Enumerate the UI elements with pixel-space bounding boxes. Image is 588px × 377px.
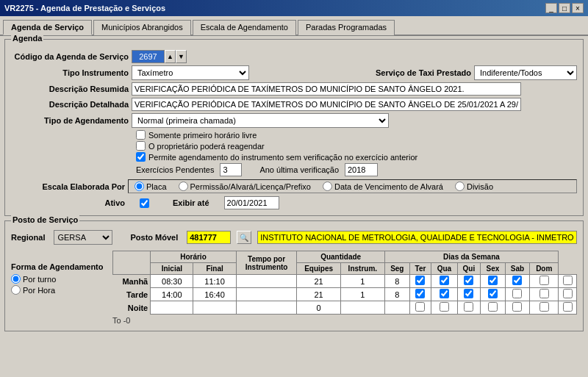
noite-qui[interactable] [481,301,505,315]
radio-permissao[interactable] [179,182,188,191]
manha-sab[interactable] [530,275,559,288]
tarde-sex[interactable] [505,288,530,301]
tipo-instrumento-select[interactable]: Taxímetro [132,65,249,80]
posto-movel-search-btn[interactable]: 🔍 [237,231,251,244]
exercicios-pendentes-input[interactable] [220,163,242,176]
window-title: VR2275 - Agenda de Prestação e Serviços [4,4,165,12]
escala-radio-vencimento[interactable]: Data de Vencimento de Alvará [323,182,443,191]
agenda-section: Agenda Código da Agenda de Serviço ▲ ▼ T… [4,39,584,216]
noite-equipes [340,301,384,315]
table-row: Tarde 21 1 8 [113,288,577,301]
close-button[interactable]: × [572,3,584,13]
tarde-instrum: 8 [384,288,409,301]
noite-final-input[interactable] [200,304,229,312]
tarde-tempo-input[interactable] [252,290,282,299]
ativo-checkbox[interactable] [140,198,149,208]
manha-dom[interactable] [559,275,577,288]
noite-tempo-input[interactable] [252,304,282,312]
schedule-area: Forma de Agendamento Por turno Por Hora [11,248,577,325]
noite-tempo[interactable] [236,301,297,315]
forma-por-turno[interactable]: Por turno [11,274,107,284]
noite-qua[interactable] [457,301,481,315]
manha-quantidade: 21 [297,275,340,288]
manha-tempo-input[interactable] [252,277,282,286]
descricao-resumida-input[interactable] [132,82,521,96]
th-final: Final [193,263,236,275]
descricao-detalhada-input[interactable] [132,98,521,111]
noite-seg[interactable] [409,301,431,315]
manha-seg[interactable] [409,275,431,288]
tab-municipios[interactable]: Municípios Abrangidos [93,20,191,35]
period-tarde: Tarde [113,288,151,301]
tarde-inicial-input[interactable] [157,290,187,299]
tarde-tempo[interactable] [236,288,297,301]
tarde-final-input[interactable] [200,290,229,299]
manha-tempo[interactable] [236,275,297,288]
tarde-final[interactable] [193,288,236,301]
manha-final-input[interactable] [200,277,229,286]
forma-por-hora[interactable]: Por Hora [11,285,107,295]
tab-escala[interactable]: Escala de Agendamento [193,20,296,35]
posto-movel-name-input[interactable] [257,231,577,244]
posto-movel-label: Posto Móvel [130,233,178,242]
noite-final[interactable] [193,301,236,315]
codigo-spin-up[interactable]: ▲ [165,50,176,63]
noite-sab[interactable] [530,301,559,315]
tarde-qua[interactable] [457,288,481,301]
to-label: To -0 [112,316,577,325]
noite-sex[interactable] [505,301,530,315]
manha-final[interactable] [193,275,236,288]
th-empty [113,251,151,275]
tarde-ter[interactable] [431,288,457,301]
noite-inicial-input[interactable] [157,304,187,312]
th-tempo: Tempo porInstrumento [236,251,297,275]
period-noite: Noite [113,301,151,315]
period-manha: Manhã [113,275,151,288]
escala-radio-divisao[interactable]: Divisão [455,182,493,191]
checkbox3[interactable] [136,152,146,162]
main-content: Agenda Código da Agenda de Serviço ▲ ▼ T… [0,36,588,339]
manha-qua[interactable] [457,275,481,288]
exibir-input[interactable] [224,196,279,209]
manha-qui[interactable] [481,275,505,288]
manha-ter[interactable] [431,275,457,288]
tarde-inicial[interactable] [151,288,193,301]
codigo-input[interactable] [132,50,165,63]
regional-select[interactable]: GERSA [54,230,112,245]
servico-taxi-select[interactable]: Indiferente/Todos [474,65,577,80]
radio-divisao[interactable] [455,182,465,191]
radio-placa[interactable] [135,182,144,191]
manha-sex[interactable] [505,275,530,288]
tarde-sab[interactable] [530,288,559,301]
radio-vencimento[interactable] [323,182,332,191]
tab-paradas[interactable]: Paradas Programadas [298,20,395,35]
codigo-spin-down[interactable]: ▼ [176,50,187,63]
minimize-button[interactable]: _ [545,3,557,13]
th-qui: Qui [457,263,481,275]
checkbox2-row: O proprietário poderá reagendar [136,141,577,151]
radio-por-hora[interactable] [11,285,21,295]
manha-inicial-input[interactable] [157,277,187,286]
title-bar: VR2275 - Agenda de Prestação e Serviços … [0,0,588,16]
posto-movel-code-input[interactable] [187,231,231,244]
noite-inicial[interactable] [151,301,193,315]
noite-dom[interactable] [559,301,577,315]
ano-ultima-input[interactable] [345,163,378,176]
escala-radio-placa[interactable]: Placa [135,182,167,191]
noite-ter[interactable] [431,301,457,315]
tarde-equipes: 1 [340,288,384,301]
tab-agenda[interactable]: Agenda de Serviço [3,20,92,35]
tipo-agendamento-select[interactable]: Normal (primeira chamada) [132,113,389,128]
tarde-dom[interactable] [559,288,577,301]
escala-radio-permissao[interactable]: Permissão/Alvará/Licença/Prefixo [179,182,311,191]
tarde-seg[interactable] [409,288,431,301]
th-ter: Ter [409,263,431,275]
checkbox1[interactable] [136,130,146,140]
radio-por-turno[interactable] [11,274,21,284]
noite-quantidade: 0 [297,301,340,315]
tarde-qui[interactable] [481,288,505,301]
checkbox2[interactable] [136,141,146,151]
th-sab: Sab [505,263,530,275]
maximize-button[interactable]: □ [559,3,570,13]
manha-inicial[interactable] [151,275,193,288]
